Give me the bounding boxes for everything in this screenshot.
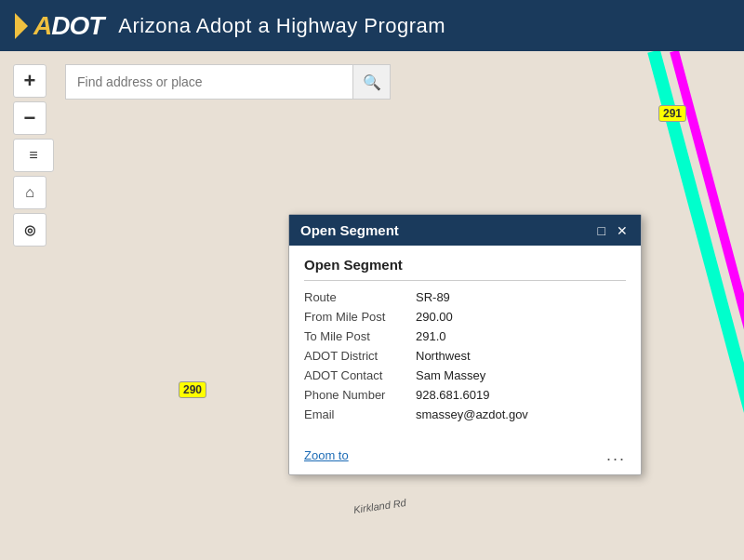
popup-row: Phone Number928.681.6019 [304,388,626,402]
road-label-kirkland: Kirkland Rd [352,497,406,515]
popup-row-label: To Mile Post [304,329,416,343]
popup-row-value: Sam Massey [416,368,485,382]
popup-row: Emailsmassey@azdot.gov [304,407,626,421]
home-button[interactable]: ⌂ [13,176,46,209]
popup-segment-title: Open Segment [304,257,626,281]
route-291-marker: 291 [658,105,686,122]
map-area[interactable]: 291 290 Kirkland Rd 🔍 + − ≡ ⌂ ◎ Open Seg… [0,51,744,560]
search-icon: 🔍 [363,73,381,91]
popup-row-label: From Mile Post [304,310,416,324]
zoom-to-link[interactable]: Zoom to [304,448,349,462]
zoom-in-icon: + [24,69,36,93]
popup-row-value: 290.00 [416,310,453,324]
popup-body: Open Segment RouteSR-89From Mile Post290… [289,246,641,438]
zoom-out-button[interactable]: − [13,101,46,135]
search-button[interactable]: 🔍 [353,64,391,100]
popup-row-value: SR-89 [416,290,450,304]
popup-rows: RouteSR-89From Mile Post290.00To Mile Po… [304,290,626,421]
location-icon: ◎ [24,222,35,237]
legend-button[interactable]: ≡ [13,139,54,172]
popup-row: From Mile Post290.00 [304,310,626,324]
zoom-out-icon: − [24,106,36,130]
popup-row-label: ADOT Contact [304,368,416,382]
popup-row-value: smassey@azdot.gov [416,407,528,421]
popup-footer: Zoom to ... [289,438,641,474]
popup-row-label: ADOT District [304,349,416,363]
popup-controls: □ ✕ [596,223,630,238]
app-title: Arizona Adopt a Highway Program [118,14,445,38]
popup-row-label: Phone Number [304,388,416,402]
popup-panel: Open Segment □ ✕ Open Segment RouteSR-89… [288,214,642,475]
app-header: ADOT Arizona Adopt a Highway Program [0,0,744,51]
adot-logo: ADOT [15,11,103,41]
zoom-in-button[interactable]: + [13,64,46,98]
logo-triangle-icon [15,13,28,39]
logo-text: ADOT [33,11,103,41]
legend-icon: ≡ [29,147,37,164]
popup-row-value: Northwest [416,349,471,363]
popup-row-label: Email [304,407,416,421]
search-input[interactable] [65,64,353,100]
home-icon: ⌂ [25,184,34,201]
popup-row: RouteSR-89 [304,290,626,304]
popup-row: To Mile Post291.0 [304,329,626,343]
popup-more-button[interactable]: ... [606,446,626,465]
location-button[interactable]: ◎ [13,213,46,247]
route-290-marker: 290 [179,381,206,398]
popup-title: Open Segment [300,222,399,238]
popup-row-value: 291.0 [416,329,446,343]
popup-close-button[interactable]: ✕ [615,223,630,238]
popup-restore-button[interactable]: □ [596,223,607,238]
left-toolbar: + − ≡ ⌂ ◎ [13,64,54,247]
popup-row: ADOT DistrictNorthwest [304,349,626,363]
popup-row-value: 928.681.6019 [416,388,490,402]
popup-row-label: Route [304,290,416,304]
popup-header: Open Segment □ ✕ [289,215,641,246]
search-container: 🔍 [65,64,391,100]
popup-row: ADOT ContactSam Massey [304,368,626,382]
